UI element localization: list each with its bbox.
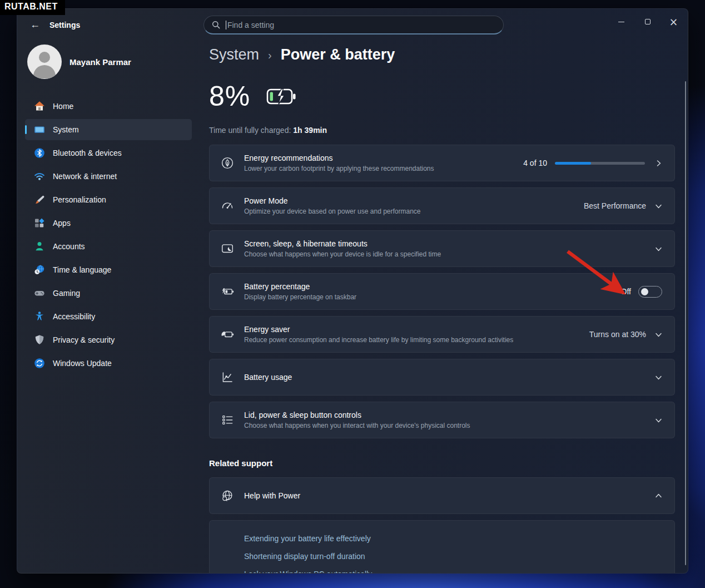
card-title: Battery percentage bbox=[244, 282, 621, 291]
sidebar-item-label: Home bbox=[53, 102, 73, 111]
battery-hero: 8% bbox=[209, 80, 676, 112]
card-subtitle: Optimize your device based on power use … bbox=[244, 207, 584, 215]
sidebar-item-personalization[interactable]: Personalization bbox=[25, 189, 192, 210]
card-subtitle: Reduce power consumption and increase ba… bbox=[244, 336, 589, 344]
chevron-down-icon[interactable] bbox=[655, 245, 662, 253]
user-profile[interactable]: Mayank Parmar bbox=[27, 45, 131, 79]
card-lid-power-sleep[interactable]: Lid, power & sleep button controls Choos… bbox=[209, 402, 675, 438]
line-chart-icon bbox=[221, 370, 234, 384]
back-arrow-icon: ← bbox=[30, 19, 40, 31]
energy-saver-value[interactable]: Turns on at 30% bbox=[589, 330, 646, 339]
sidebar-item-time-language[interactable]: Time & language bbox=[25, 259, 192, 280]
app-title: Settings bbox=[49, 21, 80, 29]
battery-percentage-toggle[interactable] bbox=[638, 286, 662, 298]
card-title: Battery usage bbox=[244, 373, 655, 382]
card-energy-saver[interactable]: Energy saver Reduce power consumption an… bbox=[209, 316, 675, 353]
sidebar-item-gaming[interactable]: Gaming bbox=[25, 283, 192, 304]
chevron-right-icon[interactable] bbox=[655, 160, 662, 167]
card-title: Energy saver bbox=[244, 325, 589, 334]
card-subtitle: Lower your carbon footprint by applying … bbox=[244, 165, 523, 172]
system-icon bbox=[34, 124, 45, 135]
clock-globe-icon bbox=[34, 264, 45, 275]
sidebar-item-label: Apps bbox=[53, 219, 71, 228]
card-title: Screen, sleep, & hibernate timeouts bbox=[244, 239, 655, 248]
sidebar-item-windows-update[interactable]: Windows Update bbox=[25, 353, 192, 374]
help-link[interactable]: Shortening display turn-off duration bbox=[244, 551, 365, 562]
sidebar-item-home[interactable]: Home bbox=[25, 96, 192, 117]
card-battery-usage[interactable]: Battery usage bbox=[209, 359, 675, 396]
home-icon bbox=[34, 101, 45, 112]
card-screen-sleep-timeouts[interactable]: Screen, sleep, & hibernate timeouts Choo… bbox=[209, 230, 675, 267]
person-icon bbox=[34, 241, 45, 252]
sidebar-item-label: Gaming bbox=[53, 289, 80, 298]
sidebar-item-accounts[interactable]: Accounts bbox=[25, 236, 192, 257]
sidebar-item-system[interactable]: System bbox=[25, 119, 192, 140]
settings-cards: Energy recommendations Lower your carbon… bbox=[209, 145, 675, 438]
leaf-circle-icon bbox=[221, 156, 234, 170]
sidebar-item-label: Personalization bbox=[53, 195, 106, 204]
battery-bolt-icon bbox=[221, 285, 234, 298]
sidebar-item-apps[interactable]: Apps bbox=[25, 213, 192, 234]
card-title: Help with Power bbox=[244, 491, 655, 500]
card-help-with-power[interactable]: Help with Power bbox=[209, 477, 675, 514]
sidebar-item-label: Accessibility bbox=[53, 312, 95, 321]
progress-fill bbox=[555, 162, 591, 165]
chevron-down-icon[interactable] bbox=[655, 374, 662, 381]
help-link[interactable]: Extending your battery life effectively bbox=[244, 533, 371, 544]
shield-icon bbox=[34, 334, 45, 345]
vertical-scrollbar[interactable] bbox=[685, 81, 686, 565]
chevron-up-icon[interactable] bbox=[655, 492, 662, 500]
sidebar-item-label: Network & internet bbox=[53, 172, 117, 181]
breadcrumb-separator-icon: › bbox=[268, 49, 272, 62]
speedometer-icon bbox=[221, 199, 234, 213]
battery-leaf-icon bbox=[221, 328, 234, 341]
sidebar-nav: Home System Bluetooth & devices Network … bbox=[25, 96, 192, 376]
card-subtitle: Choose what happens when your device is … bbox=[244, 250, 655, 258]
power-mode-value[interactable]: Best Performance bbox=[584, 201, 646, 210]
accessibility-icon bbox=[34, 311, 45, 322]
breadcrumb-parent[interactable]: System bbox=[209, 46, 259, 63]
page-title: Power & battery bbox=[281, 46, 395, 63]
settings-window: ← Settings × Mayank Parmar Home System B… bbox=[17, 8, 688, 574]
help-link[interactable]: Lock your Windows PC automatically bbox=[244, 569, 372, 574]
card-title: Energy recommendations bbox=[244, 154, 523, 162]
help-links-panel: Extending your battery life effectively … bbox=[209, 520, 675, 574]
card-power-mode[interactable]: Power Mode Optimize your device based on… bbox=[209, 187, 675, 224]
paintbrush-icon bbox=[34, 194, 45, 205]
sidebar-item-label: System bbox=[53, 125, 79, 134]
chevron-down-icon[interactable] bbox=[655, 331, 662, 338]
gamepad-icon bbox=[34, 288, 45, 299]
sidebar-item-privacy[interactable]: Privacy & security bbox=[25, 329, 192, 350]
bluetooth-icon bbox=[34, 147, 45, 159]
user-name: Mayank Parmar bbox=[69, 57, 131, 67]
sidebar-item-label: Time & language bbox=[53, 265, 111, 274]
apps-icon bbox=[34, 218, 45, 229]
back-button[interactable]: ← bbox=[26, 17, 44, 32]
charge-time-label: Time until fully charged: bbox=[209, 126, 291, 135]
related-support-heading: Related support bbox=[209, 458, 676, 468]
card-title: Lid, power & sleep button controls bbox=[244, 411, 655, 419]
breadcrumb: System › Power & battery bbox=[209, 46, 676, 63]
card-battery-percentage[interactable]: Battery percentage Display battery perce… bbox=[209, 273, 675, 310]
sidebar-item-label: Windows Update bbox=[53, 359, 112, 368]
sidebar-item-accessibility[interactable]: Accessibility bbox=[25, 306, 192, 327]
sidebar-item-label: Privacy & security bbox=[53, 335, 115, 344]
avatar bbox=[27, 45, 62, 79]
sidebar-item-bluetooth[interactable]: Bluetooth & devices bbox=[25, 142, 192, 164]
update-icon bbox=[34, 358, 45, 369]
card-title: Power Mode bbox=[244, 196, 584, 205]
chevron-down-icon[interactable] bbox=[655, 417, 662, 424]
toggle-knob bbox=[641, 288, 648, 295]
battery-charging-icon bbox=[266, 85, 297, 107]
chevron-down-icon[interactable] bbox=[655, 202, 662, 210]
card-energy-recommendations[interactable]: Energy recommendations Lower your carbon… bbox=[209, 145, 675, 181]
watermark-badge: RUTAB.NET bbox=[0, 0, 65, 15]
sidebar-item-label: Accounts bbox=[53, 242, 85, 251]
globe-help-icon bbox=[221, 489, 234, 502]
charge-time-value: 1h 39min bbox=[293, 126, 327, 135]
charge-time-line: Time until fully charged:1h 39min bbox=[209, 126, 676, 135]
main-content: System › Power & battery 8% Time until f… bbox=[209, 9, 676, 574]
sidebar-item-network[interactable]: Network & internet bbox=[25, 166, 192, 187]
recommendation-count: 4 of 10 bbox=[523, 159, 547, 167]
screen-moon-icon bbox=[221, 242, 234, 255]
